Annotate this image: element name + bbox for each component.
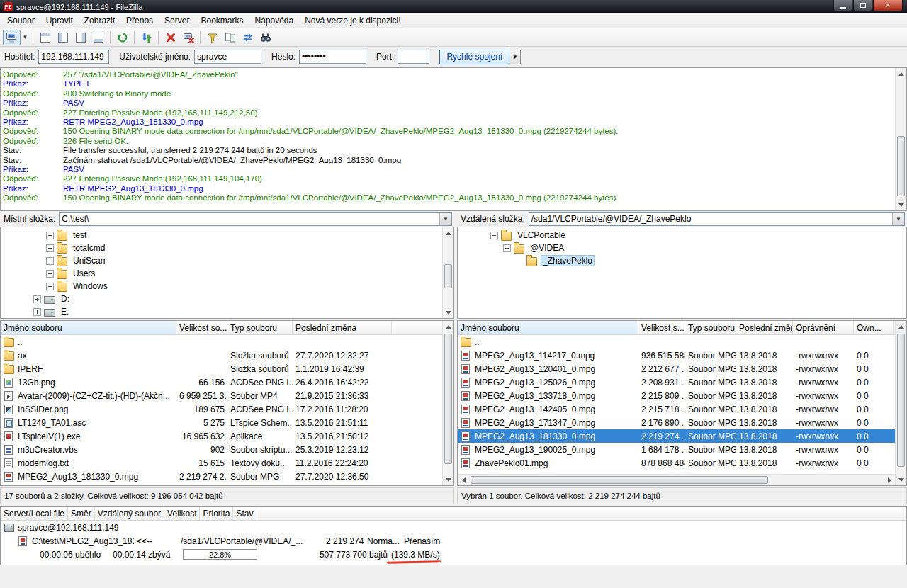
scroll-thumb[interactable] bbox=[897, 136, 905, 196]
scroll-up-icon[interactable] bbox=[896, 321, 907, 332]
scroll-up-icon[interactable] bbox=[896, 68, 907, 79]
site-manager-icon[interactable] bbox=[3, 30, 21, 45]
scroll-down-icon[interactable] bbox=[896, 199, 907, 210]
toggle-queue-icon[interactable] bbox=[89, 30, 107, 45]
scroll-thumb[interactable] bbox=[471, 476, 768, 484]
minimize-button[interactable] bbox=[833, 0, 852, 11]
close-button[interactable]: × bbox=[873, 0, 903, 11]
remote-files-hscrollbar[interactable] bbox=[458, 474, 895, 485]
scroll-down-icon[interactable] bbox=[443, 307, 454, 318]
local-path-combo[interactable]: ▼ bbox=[59, 212, 452, 226]
scroll-thumb[interactable] bbox=[444, 334, 452, 464]
column-header[interactable]: Priorita bbox=[200, 507, 233, 520]
tree-item[interactable]: VLCPortable bbox=[458, 229, 906, 242]
menu-item[interactable]: Bookmarks bbox=[195, 14, 249, 27]
file-row[interactable]: IPERF Složka souborů 1.1.2019 16:42:39 bbox=[1, 362, 454, 375]
column-header[interactable]: Own... bbox=[854, 321, 894, 334]
toggle-remote-tree-icon[interactable] bbox=[72, 30, 89, 45]
file-row[interactable]: LTspiceIV(1).exe 16 965 632 Aplikace 13.… bbox=[1, 429, 454, 443]
file-row[interactable]: MPEG2_Aug13_171347_0.mpg 2 176 890 ... S… bbox=[458, 416, 906, 429]
column-header[interactable]: Jméno souboru bbox=[1, 321, 176, 334]
tree-expander-icon[interactable] bbox=[33, 295, 41, 303]
tree-item[interactable]: _ZhavePeklo bbox=[458, 254, 906, 267]
log-scrollbar[interactable] bbox=[895, 68, 906, 210]
file-row[interactable]: MPEG2_Aug13_181330_0.mpg 2 219 274 2... … bbox=[1, 470, 454, 483]
tree-item[interactable]: test bbox=[1, 229, 454, 242]
menu-item[interactable]: Nápověda bbox=[249, 14, 299, 27]
scroll-up-icon[interactable] bbox=[443, 227, 454, 239]
compare-icon[interactable] bbox=[221, 30, 239, 45]
column-header[interactable]: Poslední změna bbox=[736, 321, 793, 334]
column-header[interactable]: Velikost so... bbox=[176, 321, 227, 334]
sync-browsing-icon[interactable] bbox=[239, 30, 257, 45]
tree-expander-icon[interactable] bbox=[490, 232, 498, 239]
file-row[interactable]: .. bbox=[1, 335, 454, 349]
queue-transfer-row[interactable]: C:\test\MPEG2_Aug13_181... <<-- /sda1/VL… bbox=[1, 534, 906, 548]
file-row[interactable]: MPEG2_Aug13_120401_0.mpg 2 212 677 ... S… bbox=[458, 362, 906, 375]
quickconnect-button[interactable]: Rychlé spojení bbox=[439, 50, 509, 64]
toggle-local-tree-icon[interactable] bbox=[54, 30, 72, 45]
refresh-icon[interactable] bbox=[113, 30, 131, 45]
file-row[interactable]: MPEG2_Aug13_133718_0.mpg 2 215 809 ... S… bbox=[458, 389, 906, 402]
column-header[interactable]: Server/Local file bbox=[1, 507, 68, 520]
tree-expander-icon[interactable] bbox=[33, 308, 41, 316]
dropdown-icon[interactable]: ▼ bbox=[439, 213, 451, 225]
file-row[interactable]: MPEG2_Aug13_142405_0.mpg 2 215 718 ... S… bbox=[458, 402, 906, 416]
column-header[interactable]: Velikost s... bbox=[638, 321, 685, 334]
toggle-message-log-icon[interactable] bbox=[36, 30, 54, 45]
file-row[interactable]: ZhavePeklo01.mpg 878 868 484 Soubor MPG … bbox=[458, 456, 906, 470]
maximize-button[interactable] bbox=[853, 0, 872, 11]
scroll-down-icon[interactable] bbox=[896, 474, 907, 485]
disconnect-icon[interactable] bbox=[179, 30, 197, 45]
quickconnect-dropdown-icon[interactable]: ▼ bbox=[509, 50, 521, 64]
tree-item[interactable]: Users bbox=[1, 267, 454, 280]
dropdown-icon[interactable]: ▼ bbox=[892, 213, 904, 225]
username-input[interactable] bbox=[194, 50, 261, 64]
tree-expander-icon[interactable] bbox=[46, 270, 54, 278]
file-row[interactable]: MPEG2_Aug13_181330_0.mpg 2 219 274 ... S… bbox=[458, 429, 906, 443]
process-queue-icon[interactable] bbox=[137, 30, 155, 45]
scroll-down-icon[interactable] bbox=[443, 474, 454, 485]
scroll-up-icon[interactable] bbox=[443, 321, 454, 332]
scroll-left-icon[interactable] bbox=[458, 475, 469, 486]
tree-expander-icon[interactable] bbox=[46, 232, 54, 239]
file-row[interactable]: Avatar-(2009)-(CZ+CZ-tit.)-(HD)-(Akčn...… bbox=[1, 389, 454, 402]
tree-item[interactable]: totalcmd bbox=[1, 242, 454, 254]
tree-item[interactable]: D: bbox=[1, 293, 454, 305]
file-row[interactable]: ax Složka souborů 27.7.2020 12:32:27 bbox=[1, 349, 454, 362]
local-tree-scrollbar[interactable] bbox=[442, 227, 454, 318]
password-input[interactable] bbox=[299, 50, 366, 64]
file-row[interactable]: MPEG2_Aug13_114217_0.mpg 936 515 588 Sou… bbox=[458, 349, 906, 362]
column-header[interactable]: Typ souboru bbox=[685, 321, 736, 334]
column-header[interactable]: Poslední změna bbox=[293, 321, 392, 334]
remote-path-combo[interactable]: ▼ bbox=[529, 212, 905, 226]
menu-item[interactable]: Zobrazit bbox=[79, 14, 120, 27]
tree-expander-icon[interactable] bbox=[46, 244, 54, 252]
file-row[interactable]: MPEG2_Aug13_190025_0.mpg 1 684 178 ... S… bbox=[458, 443, 906, 456]
file-row[interactable]: modemlog.txt 15 615 Textový doku... 11.2… bbox=[1, 456, 454, 470]
menu-item[interactable]: Soubor bbox=[1, 14, 40, 27]
tree-item[interactable]: @VIDEA bbox=[458, 242, 906, 254]
file-row[interactable]: LT1249_TA01.asc 5 275 LTspice Schem... 1… bbox=[1, 416, 454, 429]
column-header[interactable]: Vzdálený soubor bbox=[95, 507, 164, 520]
column-header[interactable]: Velikost bbox=[164, 507, 200, 520]
menu-item[interactable]: Server bbox=[159, 14, 195, 27]
column-header[interactable]: Oprávnění bbox=[793, 321, 854, 334]
tree-item[interactable]: UniScan bbox=[1, 254, 454, 267]
remote-files-scrollbar[interactable] bbox=[895, 321, 906, 485]
column-header[interactable]: Typ souboru bbox=[227, 321, 293, 334]
file-row[interactable]: m3uCreator.vbs 902 Soubor skriptu... 25.… bbox=[1, 443, 454, 456]
menu-item[interactable]: Přenos bbox=[120, 14, 159, 27]
scroll-right-icon[interactable] bbox=[884, 475, 895, 486]
tree-expander-icon[interactable] bbox=[503, 244, 511, 252]
file-row[interactable]: .. bbox=[458, 335, 906, 349]
cancel-icon[interactable] bbox=[162, 30, 179, 45]
filter-icon[interactable] bbox=[203, 30, 221, 45]
local-files-scrollbar[interactable] bbox=[442, 321, 454, 485]
scroll-thumb[interactable] bbox=[444, 264, 452, 288]
file-row[interactable]: 13Gb.png 66 156 ACDSee PNG I... 26.4.201… bbox=[1, 375, 454, 389]
column-header[interactable]: Stav bbox=[233, 507, 257, 520]
scroll-thumb[interactable] bbox=[897, 334, 905, 467]
column-header[interactable]: Jméno souboru bbox=[458, 321, 638, 334]
tree-item[interactable]: E: bbox=[1, 305, 454, 318]
